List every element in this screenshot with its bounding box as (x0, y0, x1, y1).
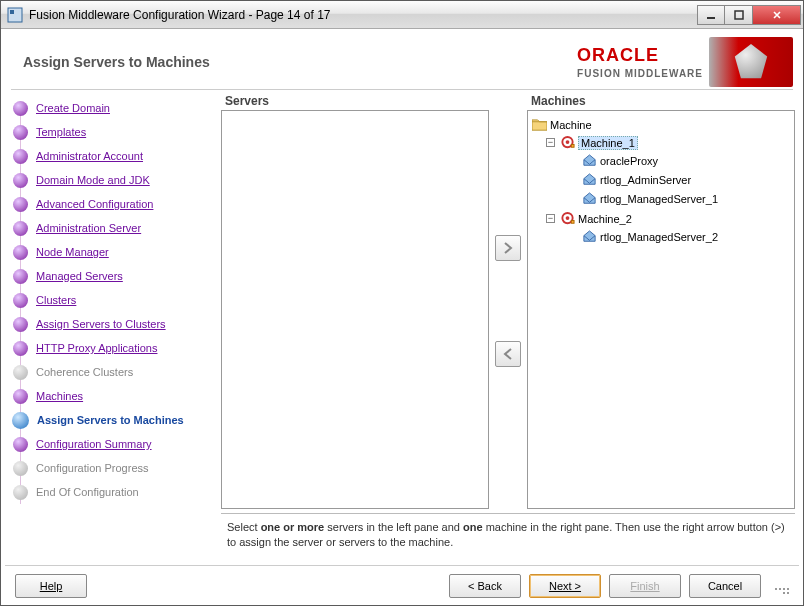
tree-server-label: rtlog_ManagedServer_2 (600, 231, 718, 243)
nav-step-label[interactable]: Node Manager (36, 246, 109, 258)
nav-step-label: Assign Servers to Machines (37, 414, 184, 426)
nav-step[interactable]: Clusters (9, 288, 217, 312)
nav-step[interactable]: Create Domain (9, 96, 217, 120)
hint-text: Select one or more servers in the left p… (221, 513, 795, 561)
tree-server[interactable]: oracleProxy (532, 152, 790, 169)
tree-server-label: rtlog_ManagedServer_1 (600, 193, 718, 205)
svg-rect-3 (735, 11, 743, 19)
brand-logo: ORACLE FUSION MIDDLEWARE (577, 45, 703, 79)
nav-step[interactable]: Configuration Summary (9, 432, 217, 456)
servers-header: Servers (221, 92, 489, 110)
tree-server[interactable]: rtlog_AdminServer (532, 171, 790, 188)
nav-step-label[interactable]: Clusters (36, 294, 76, 306)
nav-step-label: End Of Configuration (36, 486, 139, 498)
nav-bullet-icon (12, 412, 29, 429)
nav-bullet-icon (13, 485, 28, 500)
tree-machine[interactable]: −Machine_2 (532, 210, 790, 227)
nav-step[interactable]: Administrator Account (9, 144, 217, 168)
nav-step[interactable]: Assign Servers to Clusters (9, 312, 217, 336)
server-icon (582, 154, 597, 167)
nav-step-label[interactable]: Administrator Account (36, 150, 143, 162)
nav-step[interactable]: Administration Server (9, 216, 217, 240)
unassign-left-button[interactable] (495, 341, 521, 367)
tree-machine-label: Machine_1 (578, 136, 638, 150)
machine-icon (560, 212, 575, 225)
nav-bullet-icon (13, 317, 28, 332)
brand-gem (709, 37, 793, 87)
header: Assign Servers to Machines ORACLE FUSION… (5, 33, 799, 87)
footer: Help < Back Next > Finish Cancel (5, 565, 799, 605)
nav-step[interactable]: Assign Servers to Machines (9, 408, 217, 432)
wizard-nav: Create DomainTemplatesAdministrator Acco… (9, 92, 217, 561)
nav-step: End Of Configuration (9, 480, 217, 504)
nav-step-label[interactable]: Administration Server (36, 222, 141, 234)
minimize-button[interactable] (697, 5, 725, 25)
svg-rect-2 (707, 17, 715, 19)
nav-step-label[interactable]: HTTP Proxy Applications (36, 342, 157, 354)
nav-bullet-icon (13, 437, 28, 452)
window-title: Fusion Middleware Configuration Wizard -… (29, 8, 697, 22)
nav-bullet-icon (13, 245, 28, 260)
brand-subtitle: FUSION MIDDLEWARE (577, 68, 703, 79)
nav-step[interactable]: Machines (9, 384, 217, 408)
servers-list[interactable] (221, 110, 489, 509)
nav-step: Coherence Clusters (9, 360, 217, 384)
back-button[interactable]: < Back (449, 574, 521, 598)
nav-bullet-icon (13, 389, 28, 404)
nav-bullet-icon (13, 365, 28, 380)
nav-step-label[interactable]: Managed Servers (36, 270, 123, 282)
shuttle-buttons (489, 92, 527, 509)
server-icon (582, 173, 597, 186)
close-button[interactable] (753, 5, 801, 25)
nav-bullet-icon (13, 293, 28, 308)
tree-toggle[interactable]: − (546, 138, 555, 147)
tree-server[interactable]: rtlog_ManagedServer_1 (532, 190, 790, 207)
cancel-button[interactable]: Cancel (689, 574, 761, 598)
nav-step-label[interactable]: Create Domain (36, 102, 110, 114)
wizard-window: Fusion Middleware Configuration Wizard -… (0, 0, 804, 606)
body: Assign Servers to Machines ORACLE FUSION… (1, 29, 803, 605)
svg-point-5 (566, 141, 570, 145)
nav-step[interactable]: Domain Mode and JDK (9, 168, 217, 192)
page-title: Assign Servers to Machines (23, 54, 577, 70)
tree-machine[interactable]: −Machine_1 (532, 134, 790, 151)
assign-right-button[interactable] (495, 235, 521, 261)
machines-header: Machines (527, 92, 795, 110)
svg-rect-9 (571, 221, 574, 224)
nav-step-label[interactable]: Assign Servers to Clusters (36, 318, 166, 330)
tree-server-label: oracleProxy (600, 155, 658, 167)
tree-server[interactable]: rtlog_ManagedServer_2 (532, 228, 790, 245)
nav-step-label[interactable]: Machines (36, 390, 83, 402)
nav-step-label[interactable]: Advanced Configuration (36, 198, 153, 210)
tree-machine-label: Machine_2 (578, 213, 632, 225)
brand-word: ORACLE (577, 45, 659, 66)
svg-rect-1 (10, 10, 14, 14)
nav-step[interactable]: Managed Servers (9, 264, 217, 288)
window-controls (697, 5, 801, 25)
tree-root-label: Machine (550, 119, 592, 131)
nav-bullet-icon (13, 341, 28, 356)
nav-step-label: Coherence Clusters (36, 366, 133, 378)
main: Create DomainTemplatesAdministrator Acco… (5, 90, 799, 565)
next-button[interactable]: Next > (529, 574, 601, 598)
machines-tree[interactable]: Machine −Machine_1oracleProxyrtlog_Admin… (527, 110, 795, 509)
nav-step-label[interactable]: Configuration Summary (36, 438, 152, 450)
nav-step-label[interactable]: Domain Mode and JDK (36, 174, 150, 186)
nav-step-label[interactable]: Templates (36, 126, 86, 138)
tree-toggle[interactable]: − (546, 214, 555, 223)
maximize-button[interactable] (725, 5, 753, 25)
tree-server-label: rtlog_AdminServer (600, 174, 691, 186)
nav-step[interactable]: Node Manager (9, 240, 217, 264)
machine-icon (560, 136, 575, 149)
tree-root[interactable]: Machine (532, 116, 790, 133)
help-button[interactable]: Help (15, 574, 87, 598)
nav-bullet-icon (13, 101, 28, 116)
resize-grip[interactable] (773, 578, 789, 594)
finish-button: Finish (609, 574, 681, 598)
server-icon (582, 230, 597, 243)
nav-step[interactable]: Templates (9, 120, 217, 144)
nav-step[interactable]: HTTP Proxy Applications (9, 336, 217, 360)
nav-step[interactable]: Advanced Configuration (9, 192, 217, 216)
app-icon (7, 7, 23, 23)
nav-step: Configuration Progress (9, 456, 217, 480)
